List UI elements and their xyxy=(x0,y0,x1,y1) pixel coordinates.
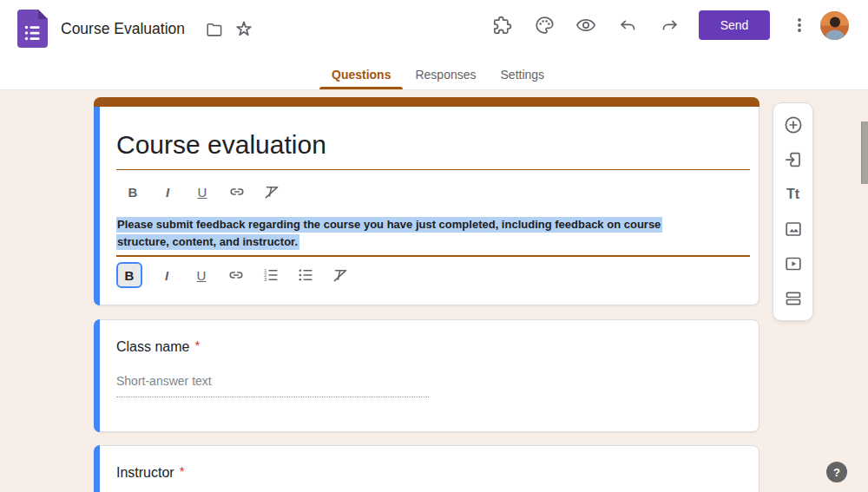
question-accent-bar xyxy=(94,445,100,492)
theme-color-bar xyxy=(94,97,760,107)
redo-icon[interactable] xyxy=(659,15,680,36)
import-questions-icon[interactable] xyxy=(783,149,804,170)
title-format-toolbar: B I U xyxy=(122,181,750,202)
selected-text[interactable]: structure, content, and instructor. xyxy=(116,234,299,250)
italic-button[interactable]: I xyxy=(156,265,177,285)
vertical-scrollbar-thumb[interactable] xyxy=(861,121,868,184)
svg-text:3: 3 xyxy=(264,277,266,282)
required-asterisk: * xyxy=(180,463,185,478)
question-card-class-name[interactable]: Class name* Short-answer text xyxy=(94,319,760,432)
add-question-icon[interactable] xyxy=(783,115,804,135)
clear-formatting-icon[interactable] xyxy=(330,265,351,285)
bold-button-active[interactable]: B xyxy=(116,262,142,288)
add-section-icon[interactable] xyxy=(783,288,804,309)
underline-button[interactable]: U xyxy=(192,181,213,202)
insert-link-icon[interactable] xyxy=(227,181,247,202)
tab-bar: Questions Responses Settings xyxy=(319,60,556,89)
top-bar: Course Evaluation xyxy=(0,0,868,90)
account-avatar[interactable] xyxy=(820,11,849,40)
italic-button[interactable]: I xyxy=(157,181,178,202)
google-forms-editor: Course Evaluation xyxy=(0,0,868,492)
insert-toolbar: Tt xyxy=(773,102,813,321)
insert-link-icon[interactable] xyxy=(226,265,247,285)
bulleted-list-icon[interactable] xyxy=(295,265,316,285)
undo-icon[interactable] xyxy=(618,15,639,36)
form-header-card[interactable]: Course evaluation B I U Please submit f xyxy=(94,97,760,305)
short-answer-placeholder: Short-answer text xyxy=(116,374,429,397)
document-title[interactable]: Course Evaluation xyxy=(61,20,185,38)
numbered-list-icon[interactable]: 1 2 3 xyxy=(260,265,281,285)
description-format-toolbar: B I U 1 2 3 xyxy=(116,262,750,288)
selected-indicator-bar xyxy=(94,107,100,305)
add-image-icon[interactable] xyxy=(783,219,804,239)
tab-responses[interactable]: Responses xyxy=(403,60,488,89)
selected-text[interactable]: Please submit feedback regarding the cou… xyxy=(116,217,662,233)
question-card-instructor[interactable]: Instructor* xyxy=(94,445,760,492)
tab-settings[interactable]: Settings xyxy=(489,60,557,89)
help-button[interactable]: ? xyxy=(826,462,847,482)
extensions-icon[interactable] xyxy=(491,15,512,36)
required-asterisk: * xyxy=(194,338,200,352)
form-title-input[interactable]: Course evaluation xyxy=(116,108,750,170)
more-options-icon[interactable] xyxy=(789,15,810,36)
question-accent-bar xyxy=(94,319,100,432)
bold-button[interactable]: B xyxy=(122,181,143,202)
send-button[interactable]: Send xyxy=(699,10,770,40)
form-description-input[interactable]: Please submit feedback regarding the cou… xyxy=(116,216,750,257)
star-icon[interactable] xyxy=(233,18,254,39)
tab-questions[interactable]: Questions xyxy=(319,60,403,89)
underline-button[interactable]: U xyxy=(191,265,212,285)
move-to-folder-icon[interactable] xyxy=(204,19,225,40)
forms-logo-icon[interactable] xyxy=(17,10,48,48)
customize-theme-palette-icon[interactable] xyxy=(534,15,555,36)
question-label[interactable]: Instructor* xyxy=(116,465,185,481)
question-label[interactable]: Class name* xyxy=(116,339,200,355)
add-title-and-description-icon[interactable]: Tt xyxy=(783,184,804,205)
clear-formatting-icon[interactable] xyxy=(261,181,282,202)
preview-eye-icon[interactable] xyxy=(575,15,596,36)
add-video-icon[interactable] xyxy=(783,253,804,274)
